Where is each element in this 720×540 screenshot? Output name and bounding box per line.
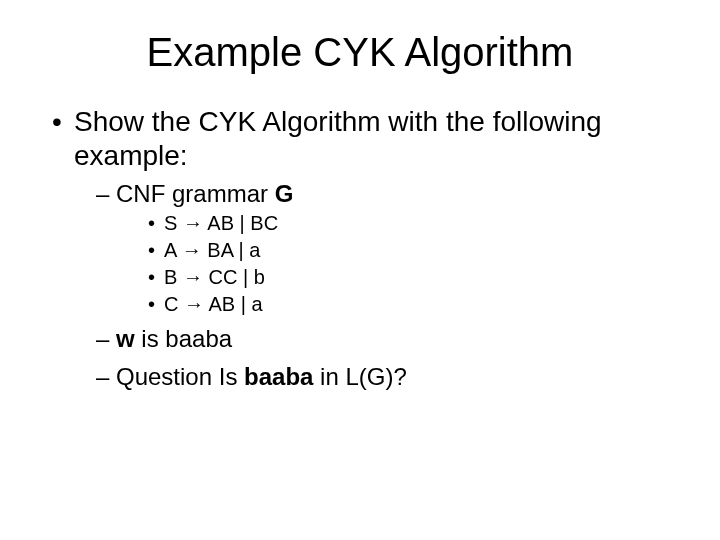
bullet-main: Show the CYK Algorithm with the followin…	[52, 105, 680, 172]
sub-question-line: Question Is baaba in L(G)?	[96, 361, 680, 392]
q-bold: baaba	[244, 363, 313, 390]
slide: Example CYK Algorithm Show the CYK Algor…	[0, 0, 720, 540]
sub-cnf-g: G	[275, 180, 294, 207]
sub-w-line: w is baaba	[96, 323, 680, 354]
bullet-list: Show the CYK Algorithm with the followin…	[40, 105, 680, 392]
sub-cnf-text: CNF grammar	[116, 180, 275, 207]
rule-s: S → AB | BC	[148, 211, 680, 236]
slide-title: Example CYK Algorithm	[40, 30, 680, 75]
rule-a: A → BA | a	[148, 238, 680, 263]
sub-cnf-grammar: CNF grammar G	[96, 178, 680, 209]
w-bold: w	[116, 325, 135, 352]
rule-c: C → AB | a	[148, 292, 680, 317]
w-rest: is baaba	[135, 325, 232, 352]
q-prefix: Question Is	[116, 363, 244, 390]
q-suffix: in L(G)?	[313, 363, 406, 390]
rule-b: B → CC | b	[148, 265, 680, 290]
